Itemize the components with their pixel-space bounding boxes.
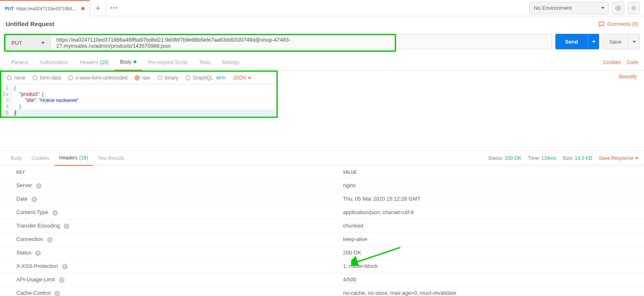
raw-format-select[interactable]: JSON <box>233 75 251 81</box>
tab-settings[interactable]: Settings <box>216 54 245 71</box>
beautify-link[interactable]: Beautify <box>619 74 637 80</box>
env-quicklook-button[interactable] <box>612 2 624 14</box>
response-headers-table: Key Value Server inginxDate iThu, 05 Mar… <box>0 166 644 296</box>
info-icon[interactable]: i <box>31 197 37 202</box>
method-url-box: PUT https://ea0247110ed371866a46ff6a97bd… <box>4 34 396 52</box>
send-dropdown[interactable] <box>588 34 599 49</box>
resp-tab-body-label: Body <box>11 155 22 161</box>
send-button[interactable]: Send <box>555 34 599 49</box>
body-editor[interactable]: 1 2 ▾ 3 4 5 { "product": { "title": "Нов… <box>1 84 276 117</box>
info-icon[interactable]: i <box>47 237 53 243</box>
tab-authorization[interactable]: Authorization <box>34 54 74 71</box>
fold-icon[interactable]: ▾ <box>6 93 9 97</box>
cookies-link[interactable]: Cookies <box>603 60 621 65</box>
tab-headers[interactable]: Headers(10) <box>74 54 114 71</box>
header-key: Date i <box>0 192 327 205</box>
code-token: "Новое название" <box>39 97 79 103</box>
table-row: X-XSS-Protection i1; mode=block <box>0 260 644 273</box>
tab-options-button[interactable]: ••• <box>106 0 123 16</box>
beta-badge: BETA <box>216 76 226 80</box>
code-link[interactable]: Code <box>626 60 638 65</box>
tab-body[interactable]: Body <box>114 54 142 71</box>
top-tab-bar: PUT https://ea0247110ed371866a4... ••• N… <box>0 0 644 16</box>
comment-icon <box>598 21 605 27</box>
body-type-urlencoded[interactable]: x-www-form-urlencoded <box>68 75 127 81</box>
chevron-down-icon <box>633 41 636 43</box>
environment-label: No Environment <box>534 5 572 11</box>
info-icon[interactable]: i <box>52 210 58 216</box>
info-icon[interactable]: i <box>54 291 60 296</box>
tab-body-label: Body <box>120 59 131 65</box>
header-value: chunked <box>327 219 644 232</box>
body-type-formdata[interactable]: form-data <box>33 75 61 81</box>
header-key: Status i <box>0 246 327 259</box>
new-tab-button[interactable] <box>90 0 106 16</box>
info-icon[interactable]: i <box>35 250 41 256</box>
tab-settings-label: Settings <box>222 60 239 65</box>
plus-icon <box>95 5 101 11</box>
save-response-button[interactable]: Save Response <box>599 155 638 161</box>
tab-prereq-label: Pre-request Script <box>148 60 187 65</box>
editor-code[interactable]: { "product": { "title": "Новое название"… <box>11 84 276 117</box>
body-type-raw[interactable]: raw <box>135 75 150 81</box>
chevron-down-icon <box>248 77 251 79</box>
body-type-none[interactable]: none <box>7 75 25 81</box>
radio-icon <box>7 75 12 80</box>
header-key: Server i <box>0 179 327 192</box>
radio-icon <box>158 75 163 80</box>
save-button[interactable]: Save <box>602 34 640 49</box>
chevron-down-icon <box>635 157 638 159</box>
code-token: } <box>14 104 21 109</box>
save-dropdown[interactable] <box>628 34 640 49</box>
url-input[interactable]: https://ea0247110ed371866a46ff6a97bd6d21… <box>50 35 395 51</box>
info-icon[interactable]: i <box>64 223 69 229</box>
time-label: Time: <box>528 155 540 161</box>
method-select[interactable]: PUT <box>5 35 50 51</box>
comments-link[interactable]: Comments (0) <box>598 21 638 27</box>
tab-title: https://ea0247110ed371866a4... <box>16 6 79 11</box>
table-row: Server inginx <box>0 179 644 192</box>
radio-icon <box>135 75 140 80</box>
resp-tab-headers[interactable]: Headers(16) <box>54 150 93 166</box>
settings-button[interactable] <box>628 2 640 14</box>
comments-label: Comments (0) <box>607 21 638 27</box>
svg-line-2 <box>355 247 400 263</box>
time-value: 134ms <box>541 155 556 161</box>
header-value: keep-alive <box>327 233 644 246</box>
radio-icon <box>33 75 38 80</box>
request-tab[interactable]: PUT https://ea0247110ed371866a4... <box>0 0 90 16</box>
body-type-binary[interactable]: binary <box>158 75 178 81</box>
url-value: https://ea0247110ed371866a46ff6a97bd6d21… <box>56 37 389 49</box>
header-key: Cache-Control i <box>0 287 327 296</box>
code-token: "product" <box>20 91 40 97</box>
raw-format-label: JSON <box>233 75 246 81</box>
table-header: Key Value <box>0 166 644 179</box>
request-header: Untitled Request Comments (0) <box>0 16 644 31</box>
header-key: X-XSS-Protection i <box>0 260 327 273</box>
info-icon[interactable]: i <box>36 183 42 189</box>
size-label: Size: <box>563 155 574 161</box>
radio-icon <box>68 75 73 80</box>
table-row: Cache-Control ino-cache, no-store, max-a… <box>0 287 644 296</box>
resp-tab-testresults[interactable]: Test Results <box>93 150 129 166</box>
body-type-graphql[interactable]: GraphQLBETA <box>185 75 225 81</box>
table-row: Status i200 OK <box>0 246 644 260</box>
tab-dirty-dot <box>81 7 85 10</box>
info-icon[interactable]: i <box>59 277 65 283</box>
info-icon[interactable]: i <box>62 264 68 269</box>
url-extra[interactable] <box>396 34 552 49</box>
url-flex: PUT https://ea0247110ed371866a46ff6a97bd… <box>4 34 552 52</box>
resp-tab-headers-count: (16) <box>79 155 88 161</box>
tab-tests[interactable]: Tests <box>193 54 216 71</box>
tab-prerequest[interactable]: Pre-request Script <box>142 54 193 71</box>
top-right-controls: No Environment <box>529 2 644 14</box>
environment-select[interactable]: No Environment <box>529 2 609 14</box>
resp-tab-cookies[interactable]: Cookies <box>27 150 54 166</box>
body-type-none-label: none <box>14 75 25 81</box>
body-type-raw-label: raw <box>142 75 150 81</box>
tab-auth-label: Authorization <box>40 60 68 65</box>
tab-params[interactable]: Params <box>6 54 34 71</box>
col-key: Key <box>0 166 327 179</box>
tab-params-label: Params <box>11 60 28 65</box>
resp-tab-body[interactable]: Body <box>6 150 27 166</box>
